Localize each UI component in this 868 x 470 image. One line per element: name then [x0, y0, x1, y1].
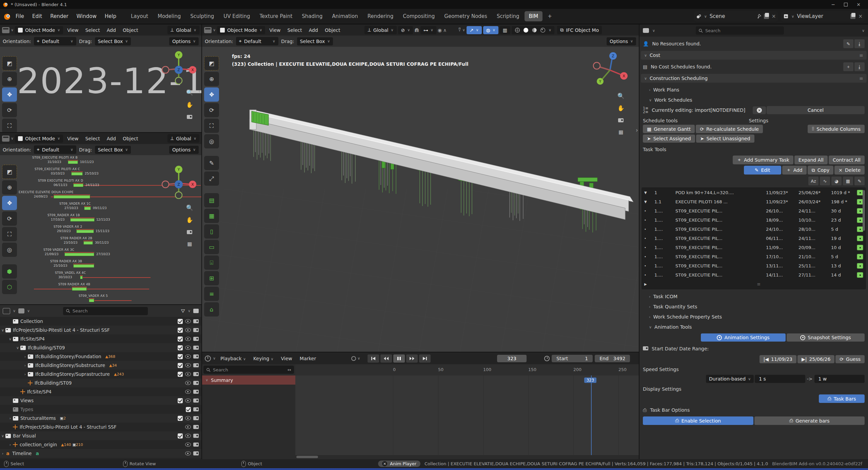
workspace-tab[interactable]: Layout: [126, 11, 153, 21]
outliner-row[interactable]: › StructuralItems ▲ ▣2: [0, 414, 201, 423]
options-dropdown[interactable]: Options∨: [607, 37, 636, 45]
outliner-row[interactable]: ∨ Bar Visual ▲ ▣: [0, 431, 201, 440]
task-row[interactable]: • 1.... ST09_EXECUTIE PIL... 14/11... 27…: [642, 270, 866, 280]
overlays-toggle[interactable]: ◍∨: [483, 26, 498, 34]
task-expand-caret[interactable]: •: [644, 255, 653, 259]
expand-caret[interactable]: ›: [22, 363, 28, 368]
menu-item[interactable]: File: [12, 12, 28, 21]
add-menu[interactable]: Add: [104, 26, 119, 34]
gantt-bar[interactable]: [73, 264, 94, 268]
eye-icon[interactable]: [185, 319, 191, 323]
task-row[interactable]: ▼ 1.1 EXECUTIE PILOTI 168 ... 11/09/23* …: [642, 197, 866, 206]
workspace-tab[interactable]: Modeling: [153, 11, 185, 21]
task-finish-date[interactable]: 25/11...: [798, 263, 830, 268]
menu-item[interactable]: Help: [101, 12, 120, 21]
range-end-button[interactable]: ▶|25/06/26: [797, 355, 834, 363]
follow-path-icon[interactable]: ∿: [820, 177, 830, 185]
outliner-row[interactable]: › IfcBuildingStorey/Substructure ▲34 ▣: [0, 361, 201, 370]
orientation-dropdown[interactable]: ⟂Global∨: [364, 26, 396, 34]
select-menu[interactable]: Select: [83, 26, 103, 34]
options-dropdown[interactable]: Options∨: [169, 146, 199, 154]
orientation-value-dropdown[interactable]: ⌖Default∨: [34, 37, 76, 45]
contract-all-button[interactable]: Contract All: [829, 156, 865, 164]
gantt-bar[interactable]: [76, 230, 94, 233]
xray-toggle[interactable]: ▥: [500, 26, 510, 34]
scale-tool[interactable]: ⛶: [204, 119, 219, 133]
task-start-date[interactable]: 26/10...: [766, 208, 797, 213]
outliner-item-label[interactable]: IfcBuildingStorey/Substructure: [35, 363, 105, 368]
object-menu[interactable]: Object: [120, 135, 141, 143]
gantt-bar[interactable]: [71, 172, 83, 176]
timeline-search-input[interactable]: Search ↔: [203, 366, 294, 374]
eye-icon[interactable]: [185, 363, 191, 367]
task-expand-caret[interactable]: •: [644, 218, 653, 222]
eye-icon[interactable]: [185, 346, 191, 350]
task-start-date[interactable]: 11/09/23*: [766, 190, 797, 195]
task-start-date[interactable]: 17/10...: [766, 254, 797, 259]
selectability-checkbox[interactable]: [178, 336, 183, 342]
bim-stair-tool[interactable]: ≡: [204, 287, 219, 301]
animation-tools-collapse[interactable]: ∨Animation Tools: [643, 322, 865, 332]
gantt-row[interactable]: ST09_VADEL AX 4C 30/10/23: [0, 270, 201, 282]
drag-handle-icon[interactable]: ≡: [859, 76, 863, 81]
outliner-row[interactable]: › a Timeline ▲ ▣ a: [0, 449, 201, 458]
pivot-dropdown[interactable]: ⊘∨: [398, 26, 413, 34]
task-duration[interactable]: 5 d: [831, 254, 855, 259]
gantt-row[interactable]: ST09 RADIER AX 3B 25/10/23: [0, 259, 201, 270]
object-menu[interactable]: Object: [322, 26, 343, 34]
task-start-date[interactable]: 11/09...: [766, 245, 797, 250]
snap-magnet-icon[interactable]: ⋒: [414, 27, 419, 33]
task-name[interactable]: EXECUTIE PILOTI 168 ...: [675, 199, 765, 204]
selectability-checkbox[interactable]: [178, 345, 183, 350]
task-finish-date[interactable]: 25/06/26*: [798, 190, 830, 195]
outliner-item-label[interactable]: IfcBuilding/ST09: [35, 380, 72, 386]
transform-tool[interactable]: ◎: [204, 134, 219, 148]
show-gizmo-icon[interactable]: ⍢: [458, 27, 461, 33]
gantt-row[interactable]: ST09 RADIER AX 2B 23/10/23 30/11/23: [0, 236, 201, 247]
task-finish-date[interactable]: 28/10...: [798, 227, 830, 232]
falloff-curve-icon[interactable]: ∧: [443, 27, 447, 33]
grid-toggle-icon[interactable]: ▦: [187, 241, 192, 247]
cursor-tool[interactable]: ⊕: [2, 180, 17, 195]
editor-type-icon[interactable]: [2, 27, 9, 33]
mode-dropdown[interactable]: Object Mode∨: [217, 26, 265, 34]
task-finish-date[interactable]: 20/09...: [798, 245, 830, 250]
add-task-button[interactable]: ＋Add: [782, 166, 807, 175]
range-start-button[interactable]: |◀11/09/23: [760, 355, 796, 363]
selectability-checkbox[interactable]: [178, 372, 183, 377]
workspace-tab[interactable]: Sculpting: [186, 11, 218, 21]
rotate-tool[interactable]: ⟳: [2, 211, 17, 226]
select-box-tool[interactable]: ◩: [2, 56, 17, 70]
gantt-bar[interactable]: [54, 195, 90, 199]
sort-alpha-icon[interactable]: Az: [808, 177, 818, 185]
outliner-row[interactable]: IfcBuilding/ST09 ▲ ▣: [0, 379, 201, 387]
copy-icon[interactable]: [764, 14, 769, 19]
orientation-value-dropdown[interactable]: ⌖Default∨: [236, 37, 278, 45]
expand-caret[interactable]: ›: [22, 372, 28, 376]
enable-selection-button[interactable]: ⎙Enable Selection: [643, 416, 753, 425]
expand-caret[interactable]: ›: [7, 443, 13, 447]
add-menu[interactable]: Add: [306, 26, 321, 34]
outliner-row[interactable]: IfcProject/Sibiu-Pitesti Lot 4 - Structu…: [0, 423, 201, 431]
task-row-collapsed[interactable]: ▶ ≡: [642, 280, 866, 289]
timeline-ruler[interactable]: 050100150200250: [295, 364, 639, 375]
camera-visibility-icon[interactable]: [193, 363, 199, 367]
drag-value-dropdown[interactable]: Select Box∨: [297, 37, 333, 45]
outliner-row[interactable]: Types ▲ ▣: [0, 405, 201, 414]
viewport-date-canvas[interactable]: 2023-12-13 ◩ ⊕ ✥ ⟳ ⛶ Y X Z 🔍 ✋: [0, 47, 201, 132]
task-name[interactable]: ST09_EXECUTIE PIL...: [675, 227, 765, 232]
drag-value-dropdown[interactable]: Select Box∨: [95, 146, 131, 154]
task-quantity-sets-collapse[interactable]: ›Task Quantity Sets: [643, 302, 865, 312]
outliner-row[interactable]: › IfcBuildingStorey/Foundation ▲368 ▣: [0, 352, 201, 361]
camera-visibility-icon[interactable]: [193, 319, 199, 323]
task-duration[interactable]: 30 d: [831, 208, 855, 213]
task-status-icon[interactable]: [857, 263, 863, 269]
properties-tab-icon[interactable]: [643, 28, 649, 33]
move-tool[interactable]: ✥: [2, 196, 17, 210]
selectability-checkbox[interactable]: [178, 354, 183, 359]
select-box-tool[interactable]: ◩: [204, 56, 219, 70]
task-start-date[interactable]: 06/11...: [766, 236, 797, 241]
close-icon[interactable]: ×: [858, 13, 863, 19]
task-duration[interactable]: 14 d: [831, 272, 855, 278]
gantt-bar[interactable]: [84, 207, 91, 210]
